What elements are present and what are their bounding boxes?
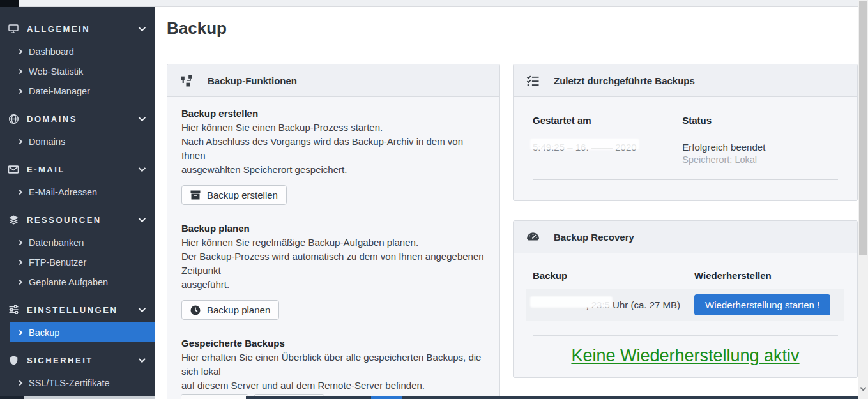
sidebar-section-header-ressourcen[interactable]: RESSOURCEN xyxy=(0,207,155,232)
sidebar-item-datenbanken[interactable]: Datenbanken xyxy=(0,232,155,252)
status-text: Erfolgreich beendet xyxy=(682,142,838,153)
card-body: Gestartet am Status 5:49:25 – 16. –––– 2… xyxy=(514,97,857,180)
layers-icon xyxy=(6,214,20,225)
desktop-icon xyxy=(6,23,20,34)
chevron-right-icon xyxy=(17,88,22,93)
sidebar: ALLGEMEIN Dashboard Web-Statistik Datei-… xyxy=(0,7,155,399)
sidebar-section-domains: DOMAINS Domains xyxy=(0,106,155,151)
chevron-right-icon xyxy=(17,279,22,284)
section-text: Nach Abschluss des Vorgangs wird das Bac… xyxy=(181,135,485,163)
sidebar-item-backup[interactable]: Backup xyxy=(10,322,155,342)
shield-icon xyxy=(6,354,20,366)
table-header-row: Gestartet am Status xyxy=(533,115,838,126)
sidebar-item-domains[interactable]: Domains xyxy=(0,132,155,151)
section-heading: Backup planen xyxy=(181,223,485,234)
sidebar-section-header-domains[interactable]: DOMAINS xyxy=(0,106,155,132)
column-header-backup[interactable]: Backup xyxy=(533,270,694,281)
sidebar-item-ssl-tls-zertifikate[interactable]: SSL/TLS-Zertifikate xyxy=(0,373,155,393)
sidebar-section-label: SICHERHEIT xyxy=(27,356,139,365)
card-zuletzt-backups: Zuletzt durchgeführte Backups Gestartet … xyxy=(513,64,858,201)
sidebar-section-header-email[interactable]: E-MAIL xyxy=(0,156,155,182)
envelope-icon xyxy=(6,163,20,175)
status-detail: Speicherort: Lokal xyxy=(682,154,838,165)
chevron-down-icon xyxy=(139,24,146,31)
table-row: 5:49:25 – 16. –––– 2020 Erfolgreich been… xyxy=(533,133,838,172)
gespeicherte-backups-section: Gespeicherte Backups Hier erhalten Sie e… xyxy=(181,338,485,399)
chevron-right-icon xyxy=(17,189,22,194)
sidebar-item-label: Datenbanken xyxy=(29,237,84,248)
sidebar-item-label: Domains xyxy=(29,137,65,147)
sidebar-item-email-adressen[interactable]: E-Mail-Adressen xyxy=(0,182,155,202)
page-title: Backup xyxy=(167,19,227,38)
section-text: Hier erhalten Sie einen Überblick über a… xyxy=(181,350,485,379)
sidebar-section-label: DOMAINS xyxy=(27,114,139,124)
backup-erstellen-button[interactable]: Backup erstellen xyxy=(181,185,287,205)
sidebar-section-ressourcen: RESSOURCEN Datenbanken FTP-Benutzer Gepl… xyxy=(0,207,155,292)
sidebar-section-sicherheit: SICHERHEIT SSL/TLS-Zertifikate xyxy=(0,347,155,393)
backup-label-cell: –– ––– ––––, 23:5 Uhr (ca. 27 MB) xyxy=(533,299,694,310)
card-header: Backup-Funktionen xyxy=(167,64,499,97)
column-header-gestartet-am: Gestartet am xyxy=(533,115,682,126)
sidebar-item-label: E-Mail-Adressen xyxy=(29,187,97,197)
scrollbar-thumb[interactable] xyxy=(859,1,867,255)
divider xyxy=(533,335,838,336)
tasks-icon xyxy=(526,74,540,87)
button-label: Backup planen xyxy=(207,305,270,315)
redacted-backup-name: –– ––– ––––, 23:5 xyxy=(533,299,610,310)
sidebar-item-datei-manager[interactable]: Datei-Manager xyxy=(0,81,155,101)
sliders-icon xyxy=(6,304,20,315)
chevron-right-icon xyxy=(17,139,22,144)
chevron-right-icon xyxy=(17,239,22,245)
sidebar-section-header-sicherheit[interactable]: SICHERHEIT xyxy=(0,347,155,373)
sidebar-section-label: RESSOURCEN xyxy=(27,215,139,225)
chevron-down-icon xyxy=(139,165,146,172)
card-title: Backup Recovery xyxy=(554,232,634,243)
archive-icon xyxy=(190,190,201,200)
vertical-scrollbar[interactable] xyxy=(858,0,868,399)
wiederherstellung-starten-button[interactable]: Wiederherstellung starten ! xyxy=(694,294,830,315)
chevron-right-icon xyxy=(17,380,22,385)
scrollbar-down-arrow-icon[interactable] xyxy=(860,386,865,391)
column-header-status: Status xyxy=(682,115,838,126)
card-header: Zuletzt durchgeführte Backups xyxy=(514,64,857,97)
sidebar-section-einstellungen: EINSTELLUNGEN Backup xyxy=(0,297,155,342)
bottom-strip-dark-left xyxy=(0,396,24,399)
column-header-wiederherstellen[interactable]: Wiederherstellen xyxy=(694,270,838,281)
sidebar-item-label: Geplante Aufgaben xyxy=(29,277,108,287)
chevron-down-icon xyxy=(139,305,146,312)
section-text: auf diesem Server und auf dem Remote-Ser… xyxy=(181,379,485,393)
section-heading: Gespeicherte Backups xyxy=(181,338,485,349)
sidebar-section-header-einstellungen[interactable]: EINSTELLUNGEN xyxy=(0,297,155,322)
card-backup-funktionen: Backup-Funktionen Backup erstellen Hier … xyxy=(167,64,500,399)
card-body: Backup Wiederherstellen –– ––– ––––, 23:… xyxy=(514,253,857,366)
card-body: Backup erstellen Hier können Sie einen B… xyxy=(167,97,499,399)
partial-button-herunterladen[interactable] xyxy=(181,394,248,399)
card-backup-recovery: Backup Recovery Backup Wiederherstellen … xyxy=(513,220,858,378)
sidebar-item-web-statistik[interactable]: Web-Statistik xyxy=(0,61,155,81)
sidebar-item-label: Datei-Manager xyxy=(29,86,90,96)
button-label: Backup erstellen xyxy=(207,190,278,200)
sidebar-section-email: E-MAIL E-Mail-Adressen xyxy=(0,156,155,202)
section-text: Der Backup-Prozess wird automatisch zu d… xyxy=(181,250,485,278)
section-text: Hier können Sie einen Backup-Prozess sta… xyxy=(181,121,485,135)
sidebar-section-label: ALLGEMEIN xyxy=(27,24,139,34)
sidebar-item-ftp-benutzer[interactable]: FTP-Benutzer xyxy=(0,252,155,272)
top-strip xyxy=(0,0,868,7)
section-text: ausgeführt. xyxy=(181,278,485,292)
sidebar-item-dashboard[interactable]: Dashboard xyxy=(0,41,155,61)
backup-planen-button[interactable]: Backup planen xyxy=(181,300,279,320)
divider xyxy=(533,179,838,180)
section-text: Hier können Sie regelmäßige Backup-Aufga… xyxy=(181,236,485,250)
backup-planen-section: Backup planen Hier können Sie regelmäßig… xyxy=(181,223,485,331)
recovery-status-link[interactable]: Keine Wiederherstellung aktiv xyxy=(526,346,844,366)
status-cell: Erfolgreich beendet Speicherort: Lokal xyxy=(682,142,838,165)
chevron-right-icon xyxy=(17,259,22,264)
sidebar-section-header-allgemein[interactable]: ALLGEMEIN xyxy=(0,16,155,41)
clock-icon xyxy=(190,305,201,315)
sidebar-item-geplante-aufgaben[interactable]: Geplante Aufgaben xyxy=(0,272,155,292)
table-row: –– ––– ––––, 23:5 Uhr (ca. 27 MB) Wieder… xyxy=(526,289,844,321)
sidebar-item-label: SSL/TLS-Zertifikate xyxy=(29,378,110,388)
horizontal-scrollbar-track[interactable] xyxy=(24,396,155,399)
sidebar-section-label: E-MAIL xyxy=(27,165,139,174)
sidebar-section-label: EINSTELLUNGEN xyxy=(27,305,139,315)
